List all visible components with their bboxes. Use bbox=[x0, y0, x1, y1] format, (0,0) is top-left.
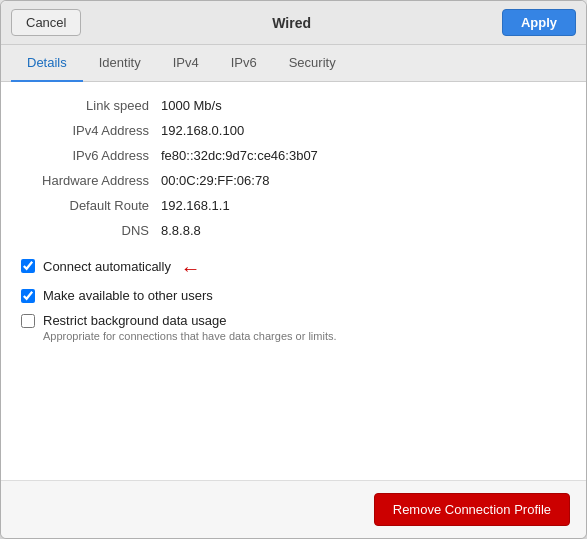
default-route-value: 192.168.1.1 bbox=[161, 198, 566, 213]
remove-connection-profile-button[interactable]: Remove Connection Profile bbox=[374, 493, 570, 526]
bottom-bar: Remove Connection Profile bbox=[1, 480, 586, 538]
tab-ipv4[interactable]: IPv4 bbox=[157, 45, 215, 82]
ipv6-address-label: IPv6 Address bbox=[21, 148, 161, 163]
make-available-label[interactable]: Make available to other users bbox=[43, 288, 213, 303]
window-title: Wired bbox=[81, 15, 501, 31]
tab-identity[interactable]: Identity bbox=[83, 45, 157, 82]
content-area: Link speed 1000 Mb/s IPv4 Address 192.16… bbox=[1, 82, 586, 480]
dns-label: DNS bbox=[21, 223, 161, 238]
default-route-label: Default Route bbox=[21, 198, 161, 213]
titlebar: Cancel Wired Apply bbox=[1, 1, 586, 45]
hardware-address-label: Hardware Address bbox=[21, 173, 161, 188]
wired-settings-window: Cancel Wired Apply Details Identity IPv4… bbox=[0, 0, 587, 539]
dns-value: 8.8.8.8 bbox=[161, 223, 566, 238]
make-available-checkbox[interactable] bbox=[21, 289, 35, 303]
make-available-row: Make available to other users bbox=[21, 288, 566, 303]
connect-automatically-label[interactable]: Connect automatically bbox=[43, 259, 171, 274]
restrict-bg-row: Restrict background data usage Appropria… bbox=[21, 313, 566, 342]
info-grid: Link speed 1000 Mb/s IPv4 Address 192.16… bbox=[21, 98, 566, 238]
cancel-button[interactable]: Cancel bbox=[11, 9, 81, 36]
connect-auto-row: Connect automatically ← bbox=[21, 258, 566, 278]
tab-ipv6[interactable]: IPv6 bbox=[215, 45, 273, 82]
restrict-background-subtitle: Appropriate for connections that have da… bbox=[43, 330, 337, 342]
red-arrow-annotation: ← bbox=[181, 258, 201, 278]
ipv6-address-value: fe80::32dc:9d7c:ce46:3b07 bbox=[161, 148, 566, 163]
connect-automatically-checkbox[interactable] bbox=[21, 259, 35, 273]
tab-bar: Details Identity IPv4 IPv6 Security bbox=[1, 45, 586, 82]
tab-security[interactable]: Security bbox=[273, 45, 352, 82]
restrict-background-label[interactable]: Restrict background data usage bbox=[43, 313, 227, 328]
restrict-background-checkbox[interactable] bbox=[21, 314, 35, 328]
hardware-address-value: 00:0C:29:FF:06:78 bbox=[161, 173, 566, 188]
tab-details[interactable]: Details bbox=[11, 45, 83, 82]
checkboxes-section: Connect automatically ← Make available t… bbox=[21, 258, 566, 342]
ipv4-address-value: 192.168.0.100 bbox=[161, 123, 566, 138]
link-speed-label: Link speed bbox=[21, 98, 161, 113]
ipv4-address-label: IPv4 Address bbox=[21, 123, 161, 138]
link-speed-value: 1000 Mb/s bbox=[161, 98, 566, 113]
apply-button[interactable]: Apply bbox=[502, 9, 576, 36]
